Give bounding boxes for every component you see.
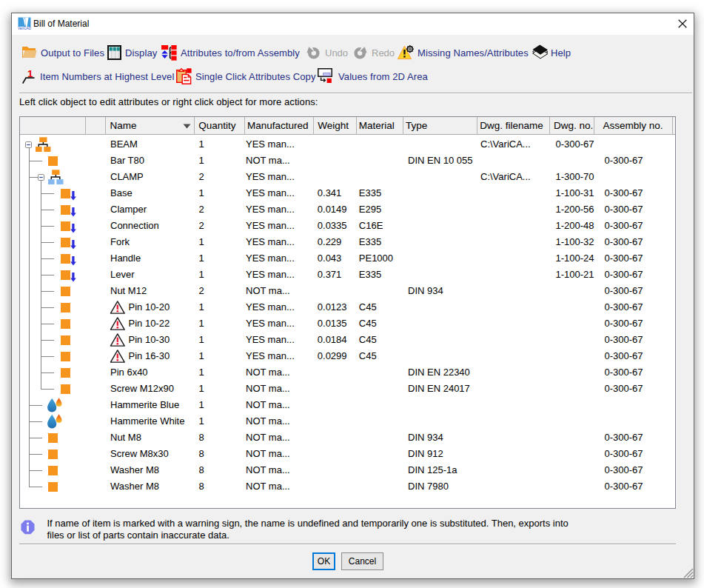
svg-text:1: 1 <box>27 68 33 79</box>
svg-text:VariCAD: VariCAD <box>18 27 32 30</box>
